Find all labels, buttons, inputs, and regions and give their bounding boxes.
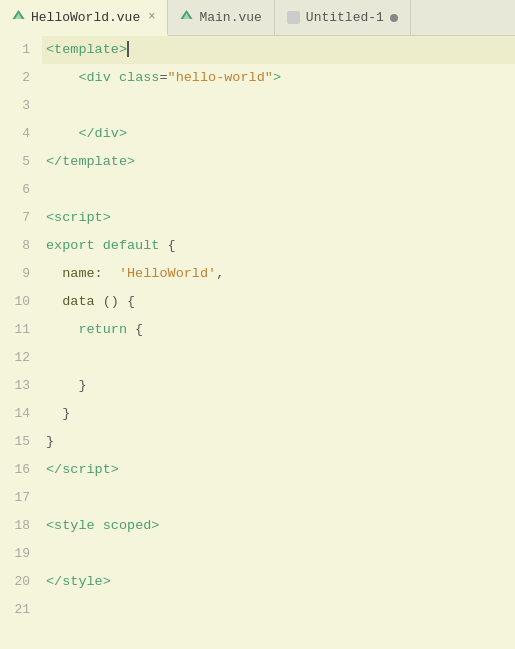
token-keyword-return: return (78, 322, 127, 337)
line-number: 19 (0, 540, 42, 568)
token-key-name: name (62, 266, 94, 281)
token-plain: , (216, 266, 224, 281)
code-line: } (42, 428, 515, 456)
code-line (42, 176, 515, 204)
token-tag-bracket: > (103, 210, 111, 225)
token-plain (46, 322, 78, 337)
token-tag-bracket: < (46, 42, 54, 57)
line-number: 17 (0, 484, 42, 512)
token-tag-bracket: </ (46, 154, 62, 169)
token-plain (95, 238, 103, 253)
token-plain (46, 126, 78, 141)
line-number: 7 (0, 204, 42, 232)
code-line (42, 92, 515, 120)
token-tag-name: style (62, 574, 103, 589)
token-keyword-default: default (103, 238, 160, 253)
tab-main[interactable]: Main.vue (168, 0, 274, 35)
code-line (42, 344, 515, 372)
tab-helloworld[interactable]: HelloWorld.vue× (0, 0, 168, 36)
tab-close-button[interactable]: × (148, 10, 155, 24)
tab-untitled[interactable]: Untitled-1 (275, 0, 411, 35)
code-line: </style> (42, 568, 515, 596)
vue-icon (180, 9, 193, 26)
tab-label: Untitled-1 (306, 10, 384, 25)
vue-icon (12, 9, 25, 26)
token-plain: () { (95, 294, 136, 309)
token-plain: { (159, 238, 175, 253)
line-number: 4 (0, 120, 42, 148)
token-tag-name: template (62, 154, 127, 169)
token-plain (46, 266, 62, 281)
line-number: 13 (0, 372, 42, 400)
token-tag-bracket: > (127, 154, 135, 169)
token-attr-name: scoped (103, 518, 152, 533)
token-tag-name: div (95, 126, 119, 141)
token-plain: } (46, 406, 70, 421)
line-number: 8 (0, 232, 42, 260)
token-plain (46, 70, 78, 85)
code-line: </template> (42, 148, 515, 176)
line-number: 11 (0, 316, 42, 344)
code-line: <div class="hello-world"> (42, 64, 515, 92)
line-number: 14 (0, 400, 42, 428)
code-line: export default { (42, 232, 515, 260)
editor-window: HelloWorld.vue×Main.vueUntitled-1 123456… (0, 0, 515, 649)
line-number: 16 (0, 456, 42, 484)
line-number: 12 (0, 344, 42, 372)
token-punctuation: = (159, 70, 167, 85)
code-line: </div> (42, 120, 515, 148)
token-attr-name: class (119, 70, 160, 85)
code-line: data () { (42, 288, 515, 316)
untitled-icon (287, 11, 300, 24)
tab-modified-indicator (390, 14, 398, 22)
line-number: 21 (0, 596, 42, 624)
token-tag-bracket: > (151, 518, 159, 533)
token-tag-name: script (62, 462, 111, 477)
line-number: 20 (0, 568, 42, 596)
token-tag-bracket: > (119, 126, 127, 141)
code-line: } (42, 400, 515, 428)
token-plain: : (95, 266, 119, 281)
code-line: name: 'HelloWorld', (42, 260, 515, 288)
token-tag-bracket: < (46, 518, 54, 533)
token-tag-bracket: < (78, 70, 86, 85)
token-plain: } (46, 434, 54, 449)
tab-bar: HelloWorld.vue×Main.vueUntitled-1 (0, 0, 515, 36)
line-number: 2 (0, 64, 42, 92)
token-tag-name: script (54, 210, 103, 225)
token-plain (46, 294, 62, 309)
code-line (42, 484, 515, 512)
token-plain (111, 70, 119, 85)
line-number: 18 (0, 512, 42, 540)
token-tag-name: template (54, 42, 119, 57)
code-line: </script> (42, 456, 515, 484)
token-tag-name: div (87, 70, 111, 85)
text-cursor (127, 41, 129, 57)
token-attr-value: "hello-world" (168, 70, 273, 85)
code-line: <style scoped> (42, 512, 515, 540)
code-line: } (42, 372, 515, 400)
line-number: 10 (0, 288, 42, 316)
token-tag-bracket: </ (78, 126, 94, 141)
editor-area: 123456789101112131415161718192021 <templ… (0, 36, 515, 649)
token-plain: } (46, 378, 87, 393)
line-number: 3 (0, 92, 42, 120)
token-tag-bracket: > (119, 42, 127, 57)
code-content[interactable]: <template> <div class="hello-world"> </d… (42, 36, 515, 649)
token-key-name: data (62, 294, 94, 309)
token-tag-bracket: < (46, 210, 54, 225)
token-keyword-export: export (46, 238, 95, 253)
token-tag-bracket: > (273, 70, 281, 85)
tab-label: HelloWorld.vue (31, 10, 140, 25)
token-tag-bracket: > (111, 462, 119, 477)
tab-label: Main.vue (199, 10, 261, 25)
line-number: 6 (0, 176, 42, 204)
token-plain: { (127, 322, 143, 337)
line-number: 9 (0, 260, 42, 288)
token-tag-bracket: </ (46, 462, 62, 477)
line-number: 15 (0, 428, 42, 456)
code-line: <template> (42, 36, 515, 64)
token-plain (95, 518, 103, 533)
token-tag-name: style (54, 518, 95, 533)
line-number: 5 (0, 148, 42, 176)
